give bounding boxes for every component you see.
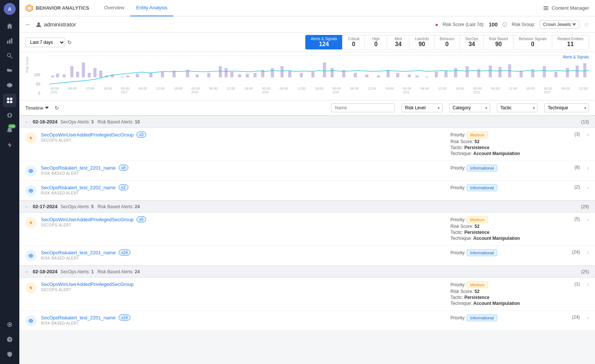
chart-date-2: 06:00 [68, 87, 77, 94]
day-count: (13) [581, 119, 589, 125]
chart-alerts-label: Alerts & Signals [563, 55, 589, 59]
chart-date-27: 12:00 [509, 87, 517, 94]
date-range-select[interactable]: Last 7 days Last 30 days Last 90 days [25, 38, 65, 47]
stat-label-riskbased: Risk Based [489, 37, 508, 41]
alert-row[interactable]: SecOpsWinUserAddedPrivilegedSecGroup x3 … [19, 128, 595, 161]
stat-tab-critical[interactable]: Critical 0 [342, 35, 364, 49]
timeline-area: − 02-16-2024 SecOps Alerts: 3 Risk Based… [19, 116, 595, 364]
home-icon[interactable] [3, 19, 16, 33]
alert-count-badge: x2 [119, 184, 128, 190]
avatar[interactable]: A [4, 3, 16, 15]
chart-date-31: 12:00 [579, 87, 588, 94]
alert-row[interactable]: SecOpsWinUserAddedPrivilegedSecGroup x5 … [19, 213, 595, 246]
stat-tab-alerts[interactable]: Alerts & Signals 124 [305, 35, 342, 49]
svg-rect-8 [10, 101, 12, 103]
chart-date-12: 18:00 [244, 87, 253, 94]
risk-level-filter[interactable]: Risk Level [402, 103, 443, 112]
alert-count-badge: x24 [119, 315, 131, 320]
chart-icon[interactable] [3, 34, 16, 48]
alert-row[interactable]: SecOpsRiskalert_test_2201_name x24 RISK … [19, 246, 595, 265]
priority-badge: Informational [467, 184, 497, 191]
alert-chevron-icon[interactable]: › [587, 315, 589, 320]
tactic-filter[interactable]: Tactic [497, 103, 538, 112]
day-header-02-18-2024: − 02-18-2024 SecOps Alerts: 1 Risk Based… [19, 265, 595, 278]
alert-row[interactable]: SecOpsRiskalert_test_2201_name x8 RISK B… [19, 161, 595, 181]
chart-y-label: Risk Score [25, 57, 40, 73]
stat-tab-secops[interactable]: SecOps 34 [460, 35, 484, 49]
stat-label-behavior: Behavior [440, 37, 454, 41]
alert-chevron-icon[interactable]: › [587, 216, 589, 222]
shield-icon[interactable] [3, 348, 16, 361]
sidebar: A +99 ? [0, 0, 19, 364]
alert-row[interactable]: SecOpsRiskalert_test_2202_name x2 RISK B… [19, 181, 595, 200]
settings-icon[interactable] [3, 318, 16, 331]
chart-date-8: 18:00 [174, 87, 183, 94]
svg-rect-71 [520, 71, 522, 77]
grid-icon[interactable] [3, 94, 16, 107]
category-filter[interactable]: Category [449, 103, 490, 112]
svg-rect-50 [300, 73, 303, 77]
refresh-button[interactable]: ↻ [67, 39, 72, 45]
stat-tab-high[interactable]: High 0 [364, 35, 387, 49]
stat-tab-med[interactable]: Med 34 [387, 35, 409, 49]
alert-chevron-icon[interactable]: › [587, 249, 589, 255]
risk-group-value: Crown Jewels [543, 22, 571, 27]
alert-chevron-icon[interactable]: › [587, 165, 589, 171]
day-header-02-17-2024: − 02-17-2024 SecOps Alerts: 5 Risk Based… [19, 200, 595, 213]
day-collapse-icon[interactable]: − [25, 270, 30, 274]
stat-tab-lowinfo[interactable]: Low/Info 90 [409, 35, 434, 49]
day-collapse-icon[interactable]: − [25, 120, 30, 124]
stat-tab-behavior[interactable]: Behavior 0 [434, 35, 459, 49]
risk-group-label: Risk Group: [512, 22, 535, 27]
timeline-refresh-button[interactable]: ↻ [55, 105, 59, 111]
svg-rect-40 [219, 66, 222, 77]
alert-row[interactable]: SecOpsRiskalert_test_2201_name x24 RISK … [19, 311, 595, 331]
alert-chevron-icon[interactable]: › [587, 132, 589, 138]
layers-icon[interactable] [3, 79, 16, 92]
back-button[interactable]: ← [25, 21, 31, 28]
stat-tab-riskbased[interactable]: Risk Based 90 [483, 35, 513, 49]
alert-riskscore-row: Risk Score: 52 [450, 289, 554, 294]
content-manager-label[interactable]: Content Manager [552, 5, 589, 11]
svg-rect-2 [11, 38, 13, 44]
alert-row-count: (3) [565, 132, 580, 137]
cloud-icon[interactable] [3, 64, 16, 77]
alert-left: SecOpsRiskalert_test_2201_name x8 RISK B… [41, 165, 446, 175]
chart-date-6: 06:00 [139, 87, 147, 94]
tab-overview[interactable]: Overview [98, 0, 130, 16]
priority-badge: Informational [467, 249, 497, 256]
lightning-icon[interactable] [3, 138, 16, 152]
search-icon[interactable] [3, 49, 16, 62]
alert-priority-row: Priority: Informational [450, 184, 554, 191]
statsbar: Last 7 days Last 30 days Last 90 days ↻ … [19, 33, 595, 52]
star-icon[interactable]: ☆ [584, 21, 589, 28]
alert-details: Priority: Informational [450, 165, 554, 172]
risk-group-dropdown[interactable]: Crown Jewels [540, 20, 579, 29]
svg-rect-66 [466, 66, 469, 77]
chart-date-19: 12:00 [368, 87, 376, 94]
alert-left: SecOpsWinUserAddedPrivilegedSecGroup x3 … [41, 132, 446, 142]
stat-tab-behaviorsignals[interactable]: Behavior Signals 0 [513, 35, 552, 49]
alert-name: SecOpsWinUserAddedPrivilegedSecGroup x3 [41, 132, 446, 138]
subheader-right: ● Risk Score (Last 7d): 100 i Risk Group… [435, 20, 589, 29]
timeline-dropdown[interactable]: Timeline [25, 105, 49, 111]
help-icon[interactable]: ? [3, 333, 16, 346]
name-filter-input[interactable] [331, 103, 395, 112]
chart-date-22: 06:00 [421, 87, 429, 94]
stat-tab-relatedentities[interactable]: Related Entities 11 [552, 35, 589, 49]
alert-row[interactable]: SecOpsWinUserAddedPrivilegedSecGroup SEC… [19, 278, 595, 311]
tab-entity-analysis[interactable]: Entity Analysis [130, 0, 173, 16]
technique-filter[interactable]: Technique [544, 103, 589, 112]
chart-date-1: 00:002/16 [51, 87, 59, 94]
day-collapse-icon[interactable]: − [25, 204, 30, 209]
alert-priority-row: Priority: Medium [450, 132, 554, 138]
alert-label: RISK BASED ALERT [41, 191, 446, 195]
alert-chevron-icon[interactable]: › [587, 281, 589, 287]
alert-chevron-icon[interactable]: › [587, 184, 589, 190]
svg-rect-25 [82, 62, 85, 77]
bug-icon[interactable] [3, 109, 16, 122]
bell-icon[interactable]: +99 [3, 123, 16, 137]
alert-label: RISK BASED ALERT [41, 256, 446, 260]
risk-dot: ● [435, 22, 438, 28]
info-icon[interactable]: i [502, 22, 507, 27]
